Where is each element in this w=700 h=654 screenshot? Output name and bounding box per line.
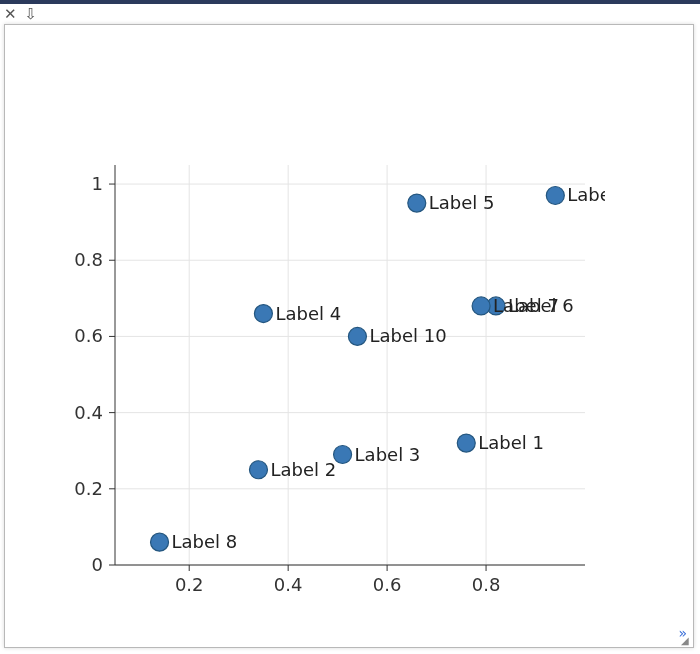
data-point[interactable] xyxy=(254,305,272,323)
close-icon[interactable]: ✕ xyxy=(4,5,17,23)
data-label: Label 4 xyxy=(275,303,341,324)
chart-area: 0.20.40.60.800.20.40.60.81Label 1Label 2… xyxy=(5,25,693,647)
svg-text:0.2: 0.2 xyxy=(74,478,103,499)
toolbar: ✕ ⇩ xyxy=(0,4,700,24)
svg-text:0.8: 0.8 xyxy=(472,574,501,595)
data-point[interactable] xyxy=(348,327,366,345)
svg-text:0.2: 0.2 xyxy=(175,574,204,595)
data-label: Label 7 xyxy=(493,295,559,316)
data-label: Label 10 xyxy=(369,325,446,346)
svg-text:1: 1 xyxy=(92,173,103,194)
data-label: Label 1 xyxy=(478,432,544,453)
data-label: Label 9 xyxy=(567,184,633,205)
svg-text:0.6: 0.6 xyxy=(74,325,103,346)
data-point[interactable] xyxy=(457,434,475,452)
data-label: Label 8 xyxy=(172,531,238,552)
svg-text:0.8: 0.8 xyxy=(74,249,103,270)
svg-text:0: 0 xyxy=(92,554,103,575)
export-icon[interactable]: ⇩ xyxy=(25,5,38,23)
data-point[interactable] xyxy=(249,461,267,479)
chart-panel: 0.20.40.60.800.20.40.60.81Label 1Label 2… xyxy=(4,24,694,648)
resize-grip-icon[interactable]: ◢ xyxy=(681,635,691,645)
svg-text:0.6: 0.6 xyxy=(373,574,402,595)
svg-text:0.4: 0.4 xyxy=(74,402,103,423)
scatter-plot: 0.20.40.60.800.20.40.60.81Label 1Label 2… xyxy=(5,25,693,647)
data-point[interactable] xyxy=(408,194,426,212)
data-point[interactable] xyxy=(472,297,490,315)
svg-text:0.4: 0.4 xyxy=(274,574,303,595)
data-point[interactable] xyxy=(546,186,564,204)
data-point[interactable] xyxy=(151,533,169,551)
data-label: Label 2 xyxy=(270,459,336,480)
data-point[interactable] xyxy=(334,446,352,464)
data-label: Label 5 xyxy=(429,192,495,213)
data-label: Label 3 xyxy=(355,444,421,465)
